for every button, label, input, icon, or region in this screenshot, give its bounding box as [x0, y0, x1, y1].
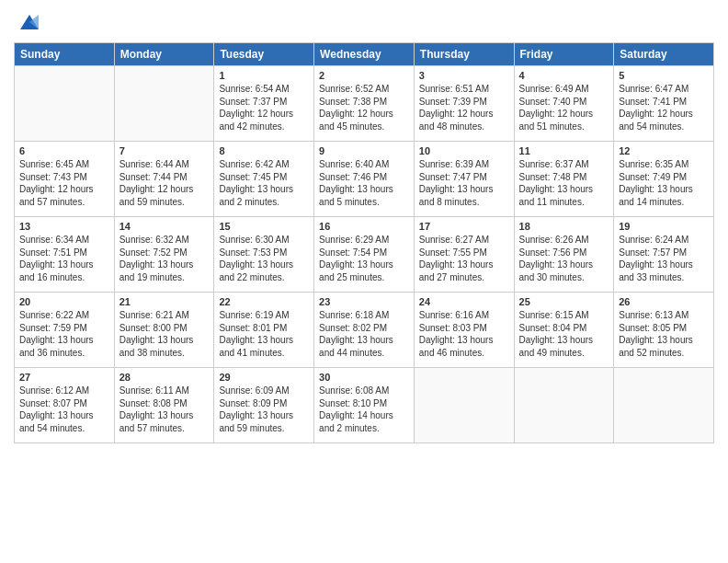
calendar-cell: 4Sunrise: 6:49 AMSunset: 7:40 PMDaylight…	[514, 66, 614, 142]
sunset-text: Sunset: 7:53 PM	[219, 247, 309, 259]
sunset-text: Sunset: 7:45 PM	[219, 171, 309, 184]
calendar-row-4: 27Sunrise: 6:12 AMSunset: 8:07 PMDayligh…	[15, 368, 714, 443]
sunset-text: Sunset: 8:00 PM	[119, 322, 210, 335]
sunrise-text: Sunrise: 6:11 AM	[119, 385, 210, 397]
daylight-text: Daylight: 13 hours and 41 minutes.	[219, 334, 309, 359]
calendar-cell: 22Sunrise: 6:19 AMSunset: 8:01 PMDayligh…	[214, 293, 314, 368]
calendar-cell: 20Sunrise: 6:22 AMSunset: 7:59 PMDayligh…	[15, 293, 115, 368]
daylight-text: Daylight: 12 hours and 45 minutes.	[319, 108, 409, 132]
calendar-cell	[414, 368, 514, 443]
daylight-text: Daylight: 13 hours and 5 minutes.	[319, 183, 409, 208]
sunrise-text: Sunrise: 6:24 AM	[619, 234, 709, 247]
day-number: 25	[519, 296, 609, 307]
sunset-text: Sunset: 7:54 PM	[319, 247, 409, 259]
calendar-cell	[614, 368, 714, 443]
daylight-text: Daylight: 13 hours and 27 minutes.	[419, 259, 509, 283]
sunset-text: Sunset: 8:09 PM	[219, 397, 309, 410]
daylight-text: Daylight: 13 hours and 52 minutes.	[619, 334, 709, 359]
sunrise-text: Sunrise: 6:44 AM	[119, 158, 210, 171]
calendar-cell: 19Sunrise: 6:24 AMSunset: 7:57 PMDayligh…	[614, 217, 714, 293]
sunrise-text: Sunrise: 6:35 AM	[619, 158, 709, 171]
calendar-cell: 25Sunrise: 6:15 AMSunset: 8:04 PMDayligh…	[514, 293, 614, 368]
daylight-text: Daylight: 13 hours and 49 minutes.	[519, 334, 609, 359]
daylight-text: Daylight: 14 hours and 2 minutes.	[319, 409, 409, 434]
calendar-cell: 30Sunrise: 6:08 AMSunset: 8:10 PMDayligh…	[314, 368, 415, 443]
day-number: 27	[19, 372, 109, 383]
sunset-text: Sunset: 7:47 PM	[419, 171, 509, 184]
day-number: 8	[219, 145, 309, 156]
daylight-text: Daylight: 12 hours and 51 minutes.	[519, 108, 609, 132]
daylight-text: Daylight: 13 hours and 59 minutes.	[219, 409, 309, 434]
calendar-cell: 2Sunrise: 6:52 AMSunset: 7:38 PMDaylight…	[314, 66, 415, 142]
daylight-text: Daylight: 13 hours and 25 minutes.	[319, 259, 409, 283]
day-number: 10	[419, 145, 509, 156]
daylight-text: Daylight: 13 hours and 46 minutes.	[419, 334, 509, 359]
sunrise-text: Sunrise: 6:18 AM	[319, 309, 409, 322]
calendar-cell: 27Sunrise: 6:12 AMSunset: 8:07 PMDayligh…	[15, 368, 115, 443]
daylight-text: Daylight: 13 hours and 2 minutes.	[219, 183, 309, 208]
day-number: 23	[319, 296, 409, 307]
sunrise-text: Sunrise: 6:26 AM	[519, 234, 609, 247]
sunrise-text: Sunrise: 6:52 AM	[319, 83, 409, 96]
sunset-text: Sunset: 7:39 PM	[419, 96, 509, 109]
col-sunday: Sunday	[15, 43, 115, 66]
day-number: 30	[319, 372, 409, 383]
day-number: 12	[619, 145, 709, 156]
calendar-cell: 6Sunrise: 6:45 AMSunset: 7:43 PMDaylight…	[15, 142, 115, 217]
sunrise-text: Sunrise: 6:12 AM	[19, 385, 109, 397]
day-number: 9	[319, 145, 409, 156]
sunset-text: Sunset: 7:40 PM	[519, 96, 609, 109]
calendar-cell	[15, 66, 115, 142]
sunset-text: Sunset: 7:55 PM	[419, 247, 509, 259]
calendar-cell: 10Sunrise: 6:39 AMSunset: 7:47 PMDayligh…	[414, 142, 514, 217]
col-monday: Monday	[114, 43, 214, 66]
sunrise-text: Sunrise: 6:30 AM	[219, 234, 309, 247]
daylight-text: Daylight: 13 hours and 54 minutes.	[19, 409, 109, 434]
daylight-text: Daylight: 12 hours and 57 minutes.	[19, 183, 109, 208]
calendar-cell: 23Sunrise: 6:18 AMSunset: 8:02 PMDayligh…	[314, 293, 415, 368]
calendar-cell: 21Sunrise: 6:21 AMSunset: 8:00 PMDayligh…	[114, 293, 214, 368]
sunrise-text: Sunrise: 6:13 AM	[619, 309, 709, 322]
day-number: 2	[319, 70, 409, 81]
sunrise-text: Sunrise: 6:08 AM	[319, 385, 409, 397]
calendar-row-1: 6Sunrise: 6:45 AMSunset: 7:43 PMDaylight…	[15, 142, 714, 217]
logo	[14, 9, 42, 35]
calendar-cell: 12Sunrise: 6:35 AMSunset: 7:49 PMDayligh…	[614, 142, 714, 217]
calendar-cell: 28Sunrise: 6:11 AMSunset: 8:08 PMDayligh…	[114, 368, 214, 443]
sunset-text: Sunset: 8:04 PM	[519, 322, 609, 335]
day-number: 28	[119, 372, 210, 383]
daylight-text: Daylight: 12 hours and 59 minutes.	[119, 183, 210, 208]
calendar-cell: 11Sunrise: 6:37 AMSunset: 7:48 PMDayligh…	[514, 142, 614, 217]
calendar-header: Sunday Monday Tuesday Wednesday Thursday…	[15, 43, 714, 66]
sunrise-text: Sunrise: 6:19 AM	[219, 309, 309, 322]
calendar-cell: 3Sunrise: 6:51 AMSunset: 7:39 PMDaylight…	[414, 66, 514, 142]
calendar-cell: 7Sunrise: 6:44 AMSunset: 7:44 PMDaylight…	[114, 142, 214, 217]
day-number: 1	[219, 70, 309, 81]
day-number: 14	[119, 221, 210, 232]
sunrise-text: Sunrise: 6:47 AM	[619, 83, 709, 96]
calendar-cell: 18Sunrise: 6:26 AMSunset: 7:56 PMDayligh…	[514, 217, 614, 293]
day-number: 6	[19, 145, 109, 156]
header-row: Sunday Monday Tuesday Wednesday Thursday…	[15, 43, 714, 66]
daylight-text: Daylight: 13 hours and 33 minutes.	[619, 259, 709, 283]
logo-icon	[17, 9, 42, 35]
sunrise-text: Sunrise: 6:09 AM	[219, 385, 309, 397]
sunset-text: Sunset: 7:49 PM	[619, 171, 709, 184]
day-number: 22	[219, 296, 309, 307]
calendar-body: 1Sunrise: 6:54 AMSunset: 7:37 PMDaylight…	[15, 66, 714, 443]
daylight-text: Daylight: 13 hours and 22 minutes.	[219, 259, 309, 283]
day-number: 5	[619, 70, 709, 81]
day-number: 15	[219, 221, 309, 232]
sunrise-text: Sunrise: 6:40 AM	[319, 158, 409, 171]
sunset-text: Sunset: 8:08 PM	[119, 397, 210, 410]
sunset-text: Sunset: 7:38 PM	[319, 96, 409, 109]
daylight-text: Daylight: 13 hours and 14 minutes.	[619, 183, 709, 208]
sunset-text: Sunset: 8:07 PM	[19, 397, 109, 410]
sunrise-text: Sunrise: 6:15 AM	[519, 309, 609, 322]
col-saturday: Saturday	[614, 43, 714, 66]
calendar-row-3: 20Sunrise: 6:22 AMSunset: 7:59 PMDayligh…	[15, 293, 714, 368]
sunset-text: Sunset: 7:48 PM	[519, 171, 609, 184]
sunset-text: Sunset: 8:03 PM	[419, 322, 509, 335]
day-number: 7	[119, 145, 210, 156]
daylight-text: Daylight: 13 hours and 11 minutes.	[519, 183, 609, 208]
